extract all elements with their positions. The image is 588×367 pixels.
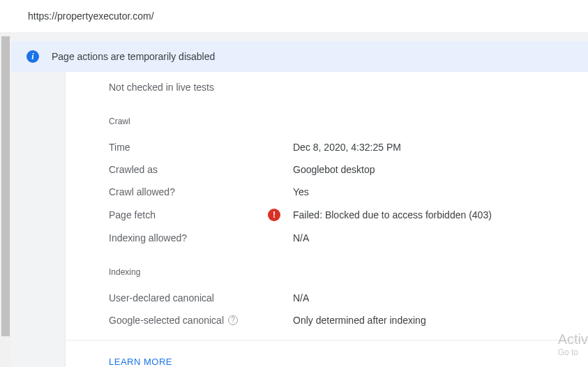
error-icon: !	[268, 209, 280, 221]
label-time: Time	[109, 142, 268, 153]
url-bar: https://propertyexecutor.com/	[0, 0, 588, 32]
label-google-canonical: Google-selected canonical ?	[109, 315, 268, 326]
url-text[interactable]: https://propertyexecutor.com/	[28, 10, 154, 22]
value-crawl-allowed: Yes	[293, 186, 309, 197]
value-user-canonical: N/A	[293, 292, 309, 304]
value-time: Dec 8, 2020, 4:32:25 PM	[293, 142, 401, 153]
details-card: Not checked in live tests Crawl Time Dec…	[66, 72, 588, 367]
value-page-fetch: Failed: Blocked due to access forbidden …	[293, 209, 492, 220]
row-page-fetch: Page fetch ! Failed: Blocked due to acce…	[109, 209, 588, 221]
help-icon[interactable]: ?	[228, 315, 238, 325]
learn-more-link[interactable]: LEARN MORE	[109, 357, 172, 367]
notice-text: Page actions are temporarily disabled	[52, 51, 215, 62]
value-crawled-as: Googlebot desktop	[293, 164, 375, 175]
learn-more-row: LEARN MORE	[66, 340, 588, 367]
section-heading-crawl: Crawl	[109, 117, 588, 126]
row-indexing-allowed: Indexing allowed? N/A	[109, 232, 588, 244]
value-indexing-allowed: N/A	[293, 232, 309, 244]
row-crawl-allowed: Crawl allowed? Yes	[109, 186, 588, 197]
value-google-canonical: Only determined after indexing	[293, 315, 426, 326]
scrollbar-vertical[interactable]	[0, 32, 11, 367]
content-area: i Page actions are temporarily disabled …	[11, 32, 588, 367]
scrollbar-thumb[interactable]	[1, 36, 10, 336]
label-page-fetch: Page fetch	[109, 209, 268, 220]
info-icon: i	[27, 50, 39, 63]
row-google-canonical: Google-selected canonical ? Only determi…	[109, 315, 588, 326]
row-crawled-as: Crawled as Googlebot desktop	[109, 164, 588, 175]
label-crawl-allowed: Crawl allowed?	[109, 186, 268, 197]
label-indexing-allowed: Indexing allowed?	[109, 232, 268, 244]
row-user-canonical: User-declared canonical N/A	[109, 292, 588, 304]
label-user-canonical: User-declared canonical	[109, 292, 268, 304]
label-google-canonical-text: Google-selected canonical	[109, 315, 224, 326]
label-crawled-as: Crawled as	[109, 164, 268, 175]
main-region: i Page actions are temporarily disabled …	[0, 32, 588, 367]
section-heading-indexing: Indexing	[109, 267, 588, 277]
notice-banner: i Page actions are temporarily disabled	[11, 41, 588, 72]
live-test-status: Not checked in live tests	[109, 82, 588, 93]
row-time: Time Dec 8, 2020, 4:32:25 PM	[109, 142, 588, 153]
